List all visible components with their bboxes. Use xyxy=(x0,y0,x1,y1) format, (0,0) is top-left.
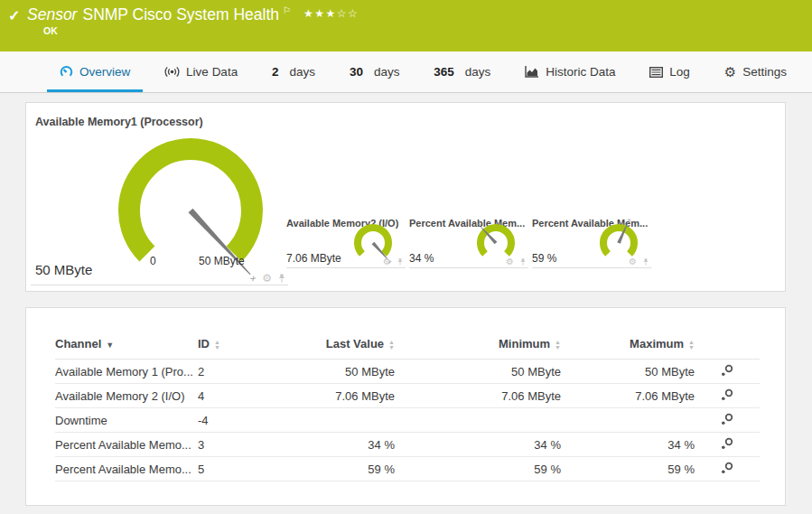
gauge-value: 50 MByte xyxy=(35,262,92,277)
gauge-settings-gear-icon[interactable]: ⚙ xyxy=(262,273,272,284)
priority-stars[interactable]: ★★★☆☆ xyxy=(303,7,359,20)
tab-settings[interactable]: ⚙ Settings xyxy=(712,51,799,92)
tab-label: days xyxy=(465,65,491,79)
tab-label: Settings xyxy=(742,65,787,79)
status-badge: OK xyxy=(43,25,58,36)
col-header-maximum[interactable]: Maximum▲▼ xyxy=(561,330,695,360)
svg-text:x: x xyxy=(476,221,481,227)
channel-settings-icon[interactable] xyxy=(721,388,733,401)
gauge-available-memory2: Available Memory2 (I/O) x 7.06 MByte ⚙ xyxy=(286,216,406,268)
gauge-percent-available-memory2: Percent Available Mem... x 59 % ⚙ xyxy=(532,216,651,268)
table-row[interactable]: Available Memory 1 (Pro... 2 50 MByte 50… xyxy=(55,360,760,384)
gauge-settings-gear-icon[interactable]: ⚙ xyxy=(506,257,514,266)
gauge-scale-min: 0 xyxy=(150,255,156,267)
gauge-settings-gear-icon[interactable]: ⚙ xyxy=(383,257,391,266)
channel-id: 4 xyxy=(198,384,274,408)
minimum-value: 50 MByte xyxy=(395,360,561,384)
channel-name: Available Memory 2 (I/O) xyxy=(55,384,198,408)
channel-id: 5 xyxy=(198,457,274,481)
channel-name: Percent Available Memo... xyxy=(55,433,198,457)
sort-icon: ▲▼ xyxy=(214,340,220,350)
tab-label: days xyxy=(290,65,316,79)
table-row[interactable]: Available Memory 2 (I/O) 4 7.06 MByte 7.… xyxy=(55,384,760,408)
minimum-value xyxy=(395,408,561,433)
status-ok-check-icon: ✓ xyxy=(8,7,20,24)
maximum-value: 59 % xyxy=(561,457,695,481)
gauges-panel: Available Memory1 (Processor) x 0 50 MBy… xyxy=(25,102,786,292)
gauge-settings-gear-icon[interactable]: ⚙ xyxy=(629,257,637,266)
sort-icon: ▲▼ xyxy=(688,340,695,350)
last-value: 50 MByte xyxy=(274,360,395,384)
channel-settings-icon[interactable] xyxy=(721,437,733,450)
pin-icon[interactable] xyxy=(642,257,649,266)
last-value: 59 % xyxy=(274,457,395,481)
channels-table-panel: Channel▼ ID▲▼ Last Value▲▼ Minimum▲▼ Max… xyxy=(25,307,786,506)
channel-settings-icon[interactable] xyxy=(721,462,733,474)
gauge-value: 59 % xyxy=(532,252,556,265)
gauge-icon xyxy=(60,65,73,79)
area-chart-icon xyxy=(525,66,539,78)
col-header-last-value[interactable]: Last Value▲▼ xyxy=(274,330,395,360)
pin-icon[interactable] xyxy=(277,273,286,284)
tab-bar: Overview Live Data 2 days 30 days 365 da… xyxy=(0,51,812,93)
tab-label: Historic Data xyxy=(546,65,615,79)
channel-id: 2 xyxy=(198,360,274,384)
tab-365-days[interactable]: 365 days xyxy=(421,51,503,92)
col-header-id[interactable]: ID▲▼ xyxy=(198,330,274,360)
channels-table: Channel▼ ID▲▼ Last Value▲▼ Minimum▲▼ Max… xyxy=(55,330,760,481)
table-row[interactable]: Percent Available Memo... 5 59 % 59 % 59… xyxy=(55,457,760,481)
minimum-value: 34 % xyxy=(395,433,561,457)
last-value xyxy=(274,408,395,433)
pin-icon[interactable] xyxy=(397,257,404,266)
col-header-channel[interactable]: Channel▼ xyxy=(55,330,198,360)
tab-label: Overview xyxy=(79,65,130,79)
last-value: 34 % xyxy=(274,433,395,457)
pin-icon[interactable] xyxy=(519,257,527,266)
tab-30-days[interactable]: 30 days xyxy=(337,51,413,92)
channel-id: 3 xyxy=(198,433,274,457)
minimum-value: 7.06 MByte xyxy=(395,384,561,408)
tab-label: Log xyxy=(669,65,690,79)
table-row[interactable]: Percent Available Memo... 3 34 % 34 % 34… xyxy=(55,433,760,457)
table-header-row: Channel▼ ID▲▼ Last Value▲▼ Minimum▲▼ Max… xyxy=(55,330,760,360)
log-icon xyxy=(649,67,663,78)
minimum-value: 59 % xyxy=(395,457,561,481)
maximum-value: 34 % xyxy=(561,433,695,457)
gauge-available-memory1: Available Memory1 (Processor) x 0 50 MBy… xyxy=(31,110,288,285)
last-value: 7.06 MByte xyxy=(274,384,395,408)
sensor-header: ✓ SensorSNMP Cisco System Health⚐★★★☆☆ O… xyxy=(0,0,812,51)
maximum-value xyxy=(561,408,695,433)
gauge-scale-max: 50 MByte xyxy=(199,255,245,267)
channel-id: -4 xyxy=(198,408,274,433)
svg-text:x: x xyxy=(249,274,259,283)
channel-settings-icon[interactable] xyxy=(721,413,733,425)
channel-name: Available Memory 1 (Pro... xyxy=(55,360,198,384)
maximum-value: 50 MByte xyxy=(561,360,695,384)
channel-name: Downtime xyxy=(55,408,198,433)
tab-live-data[interactable]: Live Data xyxy=(152,51,250,92)
table-row[interactable]: Downtime -4 xyxy=(55,408,760,433)
col-header-minimum[interactable]: Minimum▲▼ xyxy=(395,330,561,360)
tab-label: Live Data xyxy=(186,65,238,79)
maximum-value: 7.06 MByte xyxy=(561,384,695,408)
flag-icon[interactable]: ⚐ xyxy=(283,5,291,15)
sensor-title: SNMP Cisco System Health xyxy=(82,5,279,23)
tab-historic-data[interactable]: Historic Data xyxy=(512,51,628,92)
tab-log[interactable]: Log xyxy=(637,51,703,92)
tab-2-days[interactable]: 2 days xyxy=(259,51,328,92)
gear-icon: ⚙ xyxy=(724,65,736,79)
gauge-percent-available-memory1: Percent Available Mem... x 34 % ⚙ xyxy=(409,216,528,268)
sort-icon: ▲▼ xyxy=(555,340,561,350)
tab-label: days xyxy=(374,65,400,79)
gauge-dial: x xyxy=(105,125,276,292)
channel-name: Percent Available Memo... xyxy=(55,457,198,481)
tab-overview[interactable]: Overview xyxy=(47,51,143,92)
broadcast-icon xyxy=(164,66,180,78)
sensor-type-label: Sensor xyxy=(27,5,77,23)
gauge-value: 34 % xyxy=(409,252,434,265)
sort-desc-icon: ▼ xyxy=(106,341,114,350)
sort-icon: ▲▼ xyxy=(388,340,395,350)
gauge-value: 7.06 MByte xyxy=(286,252,341,265)
channel-settings-icon[interactable] xyxy=(721,364,733,377)
